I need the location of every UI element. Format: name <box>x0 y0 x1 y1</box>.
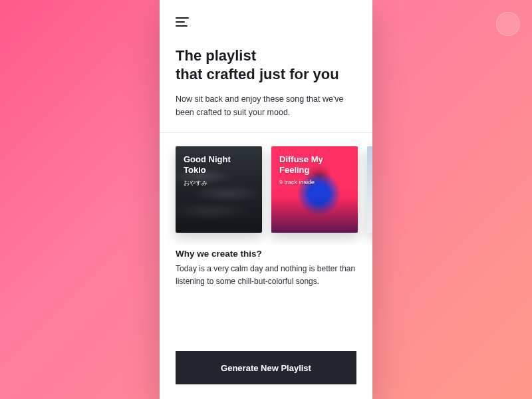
footer: Generate New Playlist <box>160 336 372 399</box>
playlist-title: Good Night Tokio <box>184 154 254 176</box>
phone-frame: The playlist that crafted just for you N… <box>160 0 372 399</box>
reason-body: Today is a very calm day and nothing is … <box>176 263 356 287</box>
top-bar <box>160 0 372 35</box>
playlist-subtitle: 9 track inside <box>279 179 350 186</box>
reason-block: Why we create this? Today is a very calm… <box>160 245 372 287</box>
playlist-scroller[interactable]: Good Night Tokio おやすみ Diffuse My Feeling… <box>160 133 372 245</box>
reason-heading: Why we create this? <box>176 249 356 259</box>
playlist-card[interactable]: Good Night Tokio おやすみ <box>176 146 262 233</box>
page-title: The playlist that crafted just for you <box>176 47 356 83</box>
playlist-subtitle: おやすみ <box>184 179 254 188</box>
page-subtitle: Now sit back and enjoy these song that w… <box>176 92 356 119</box>
header-block: The playlist that crafted just for you N… <box>160 35 372 132</box>
generate-playlist-button[interactable]: Generate New Playlist <box>176 351 356 384</box>
playlist-card[interactable]: Diffuse My Feeling 9 track inside <box>271 146 358 233</box>
decorative-orb <box>496 12 520 36</box>
playlist-title: Diffuse My Feeling <box>279 154 350 176</box>
playlist-card[interactable] <box>367 146 372 233</box>
menu-icon[interactable] <box>176 17 189 27</box>
